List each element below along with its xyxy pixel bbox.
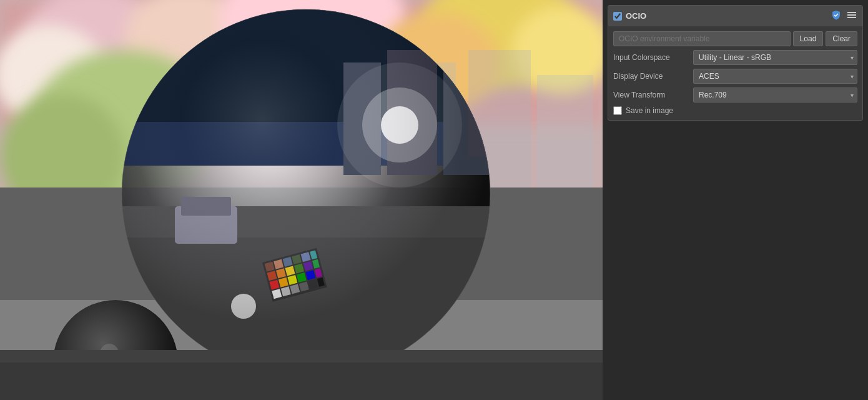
svg-rect-64 bbox=[847, 12, 856, 13]
menu-button[interactable] bbox=[846, 9, 857, 22]
clear-button[interactable]: Clear bbox=[826, 31, 857, 46]
right-panel: OCIO bbox=[603, 0, 868, 400]
ocio-title: OCIO bbox=[626, 11, 826, 21]
ocio-panel-body: Load Clear Input Colorspace Utility - Li… bbox=[608, 26, 862, 120]
save-in-image-checkbox[interactable] bbox=[613, 106, 622, 115]
display-device-row: Display Device ACES sRGB Rec.709 ▾ bbox=[613, 69, 857, 84]
view-transform-select[interactable]: Rec.709 sRGB Film Log bbox=[693, 88, 857, 102]
view-transform-row: View Transform Rec.709 sRGB Film Log ▾ bbox=[613, 88, 857, 102]
display-device-select[interactable]: ACES sRGB Rec.709 bbox=[693, 69, 857, 84]
svg-rect-66 bbox=[847, 17, 856, 18]
svg-rect-63 bbox=[0, 362, 603, 400]
ocio-panel-header[interactable]: OCIO bbox=[608, 6, 862, 26]
ocio-enable-checkbox[interactable] bbox=[613, 12, 622, 21]
ocio-path-input[interactable] bbox=[613, 31, 791, 46]
collapse-icon bbox=[831, 12, 841, 22]
menu-icon bbox=[847, 11, 856, 21]
path-row: Load Clear bbox=[613, 31, 857, 46]
save-in-image-row: Save in image bbox=[613, 106, 857, 115]
viewport bbox=[0, 0, 603, 400]
right-panel-rest bbox=[603, 126, 868, 400]
load-button[interactable]: Load bbox=[793, 31, 824, 46]
input-colorspace-label: Input Colorspace bbox=[613, 53, 688, 62]
display-device-label: Display Device bbox=[613, 72, 688, 81]
display-device-wrapper: ACES sRGB Rec.709 ▾ bbox=[693, 69, 857, 84]
view-transform-label: View Transform bbox=[613, 91, 688, 99]
save-in-image-label[interactable]: Save in image bbox=[626, 106, 673, 115]
input-colorspace-wrapper: Utility - Linear - sRGB sRGB Raw Linear … bbox=[693, 50, 857, 65]
ocio-panel: OCIO bbox=[608, 5, 863, 121]
collapse-button[interactable] bbox=[830, 9, 842, 23]
svg-point-57 bbox=[122, 9, 490, 378]
view-transform-wrapper: Rec.709 sRGB Film Log ▾ bbox=[693, 88, 857, 102]
svg-rect-16 bbox=[537, 75, 593, 188]
input-colorspace-row: Input Colorspace Utility - Linear - sRGB… bbox=[613, 50, 857, 65]
input-colorspace-select[interactable]: Utility - Linear - sRGB sRGB Raw Linear bbox=[693, 50, 857, 65]
svg-rect-65 bbox=[847, 14, 856, 16]
